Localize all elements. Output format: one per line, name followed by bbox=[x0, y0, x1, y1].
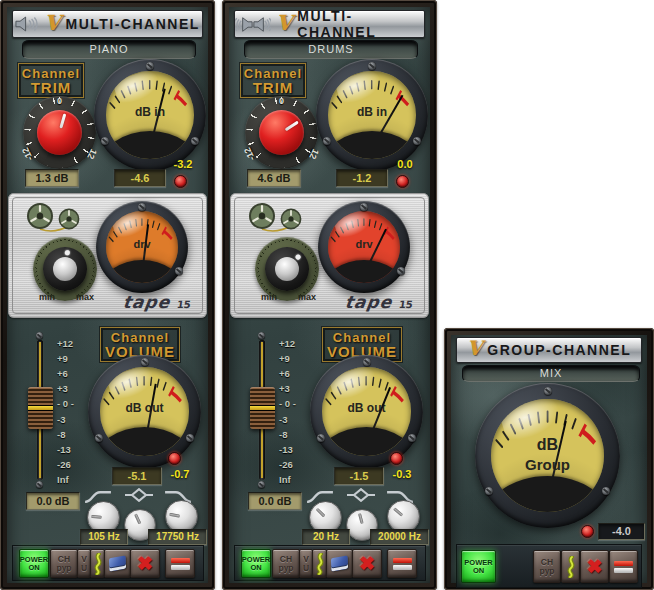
bars-icon bbox=[393, 558, 412, 570]
manual-button[interactable] bbox=[326, 549, 353, 578]
power-on-button[interactable]: POWERON bbox=[461, 550, 496, 583]
db-in-value-display: -4.6 bbox=[114, 169, 166, 187]
manual-button[interactable] bbox=[104, 549, 131, 578]
tape-drive-knob[interactable]: min max bbox=[33, 237, 97, 301]
mid-notch-icon bbox=[343, 488, 379, 502]
logo-bars-button[interactable] bbox=[165, 549, 195, 578]
db-in-meter: dB in bbox=[316, 59, 428, 171]
out-clip-led bbox=[168, 452, 181, 465]
volume-fader[interactable] bbox=[250, 330, 277, 490]
trim-value-display: 4.6 dB bbox=[247, 169, 301, 187]
strip-header: V MULTI-CHANNEL bbox=[234, 10, 425, 38]
plugin-workspace: { "colors": { "accent_gold": "#d29a33", … bbox=[0, 0, 654, 590]
screw bbox=[544, 387, 552, 395]
fader-handle[interactable] bbox=[28, 387, 53, 429]
strip-header: V MULTI-CHANNEL bbox=[12, 10, 203, 38]
close-icon: ✖ bbox=[137, 553, 153, 575]
brand-v-logo: V bbox=[467, 336, 483, 360]
brand-v-logo: V bbox=[276, 10, 292, 35]
screw bbox=[101, 137, 109, 145]
db-out-value-display: -1.5 bbox=[334, 467, 384, 485]
group-name-field[interactable]: MIX bbox=[462, 365, 640, 382]
fader-screw bbox=[258, 481, 265, 488]
signal-cable-button[interactable] bbox=[561, 550, 580, 583]
tape-saturation-section: min max drv tape 15 bbox=[230, 193, 429, 318]
header-title: MULTI-CHANNEL bbox=[65, 16, 199, 32]
header-title: MULTI-CHANNEL bbox=[297, 8, 424, 40]
screw bbox=[317, 434, 325, 442]
clip-led bbox=[174, 175, 187, 188]
close-button[interactable]: ✖ bbox=[580, 550, 609, 583]
channel-trim-label: Channel TRIM bbox=[240, 63, 306, 98]
drive-max-label: max bbox=[76, 292, 94, 302]
channel-strip-drums: V MULTI-CHANNEL DRUMS Channel TRIM 0 -12… bbox=[222, 0, 437, 590]
fader-screw bbox=[258, 332, 265, 339]
channel-bypass-button[interactable]: CHpyp bbox=[533, 550, 561, 583]
group-meter: dB Group bbox=[475, 383, 620, 528]
cable-icon bbox=[314, 553, 326, 575]
channel-trim-label: Channel TRIM bbox=[18, 63, 84, 98]
screw bbox=[95, 434, 103, 442]
tape-reels-icon bbox=[246, 201, 306, 237]
db-out-peak-readout: -0.3 bbox=[382, 468, 422, 480]
screw bbox=[323, 137, 331, 145]
cable-icon bbox=[565, 556, 577, 578]
vu-mode-button[interactable]: VU bbox=[77, 549, 91, 578]
trim-knob-pointer bbox=[59, 113, 66, 128]
button-row: POWERON CHpyp VU ✖ bbox=[12, 545, 204, 581]
trim-scale-zero: 0 bbox=[57, 96, 62, 106]
channel-bypass-button[interactable]: CHpyp bbox=[50, 549, 78, 578]
button-row: POWERON CHpyp VU ✖ bbox=[234, 545, 426, 581]
volume-fader[interactable] bbox=[28, 330, 55, 490]
close-button[interactable]: ✖ bbox=[352, 549, 382, 578]
signal-cable-button[interactable] bbox=[90, 549, 105, 578]
signal-cable-button[interactable] bbox=[312, 549, 327, 578]
trim-knob[interactable]: 0 -12 12 bbox=[245, 96, 318, 169]
group-clip-led bbox=[581, 525, 594, 538]
tape-logo: tape 15 bbox=[121, 292, 192, 312]
clip-led bbox=[396, 175, 409, 188]
trim-knob-pointer bbox=[285, 121, 299, 131]
logo-bars-button[interactable] bbox=[609, 550, 638, 583]
screw bbox=[602, 487, 610, 495]
db-out-meter: dB out bbox=[88, 355, 201, 468]
tape-logo: tape 15 bbox=[343, 292, 414, 312]
low-cut-freq-display: 20 Hz bbox=[302, 529, 350, 545]
logo-bars-button[interactable] bbox=[387, 549, 417, 578]
trim-knob[interactable]: 0 -12 12 bbox=[23, 96, 96, 169]
screw bbox=[360, 203, 368, 211]
channel-name-field[interactable]: DRUMS bbox=[244, 40, 418, 59]
close-icon: ✖ bbox=[359, 553, 375, 575]
vu-mode-button[interactable]: VU bbox=[299, 549, 313, 578]
screw bbox=[141, 358, 149, 366]
drive-min-label: min bbox=[261, 292, 277, 302]
drive-meter: drv bbox=[96, 201, 188, 293]
fader-scale: +12+9 +6+3 - 0 --3 -8-13 -26Inf bbox=[57, 338, 74, 485]
power-on-button[interactable]: POWERON bbox=[19, 549, 49, 578]
header-title: GROUP-CHANNEL bbox=[487, 342, 631, 358]
close-button[interactable]: ✖ bbox=[130, 549, 160, 578]
group-meter-label-group: Group bbox=[491, 456, 604, 473]
db-out-meter: dB out bbox=[310, 355, 423, 468]
close-icon: ✖ bbox=[587, 556, 603, 578]
db-in-value-display: -1.2 bbox=[336, 169, 388, 187]
power-on-button[interactable]: POWERON bbox=[241, 549, 271, 578]
tape-drive-knob[interactable]: min max bbox=[255, 237, 319, 301]
screw bbox=[138, 203, 146, 211]
low-cut-freq-display: 105 Hz bbox=[80, 529, 128, 545]
mid-notch-icon bbox=[121, 488, 157, 502]
group-header: V GROUP-CHANNEL bbox=[456, 337, 642, 363]
book-icon bbox=[331, 555, 348, 571]
brand-v-logo: V bbox=[44, 10, 60, 35]
drive-max-label: max bbox=[298, 292, 316, 302]
fader-screw bbox=[36, 332, 43, 339]
channel-name-field[interactable]: PIANO bbox=[22, 40, 196, 59]
trim-value-display: 1.3 dB bbox=[25, 169, 79, 187]
channel-bypass-button[interactable]: CHpyp bbox=[272, 549, 300, 578]
out-clip-led bbox=[390, 452, 403, 465]
drive-min-label: min bbox=[39, 292, 55, 302]
screw bbox=[485, 487, 493, 495]
fader-handle[interactable] bbox=[250, 387, 275, 429]
screw bbox=[363, 358, 371, 366]
group-button-row: POWERON CHpyp ✖ bbox=[456, 544, 642, 588]
